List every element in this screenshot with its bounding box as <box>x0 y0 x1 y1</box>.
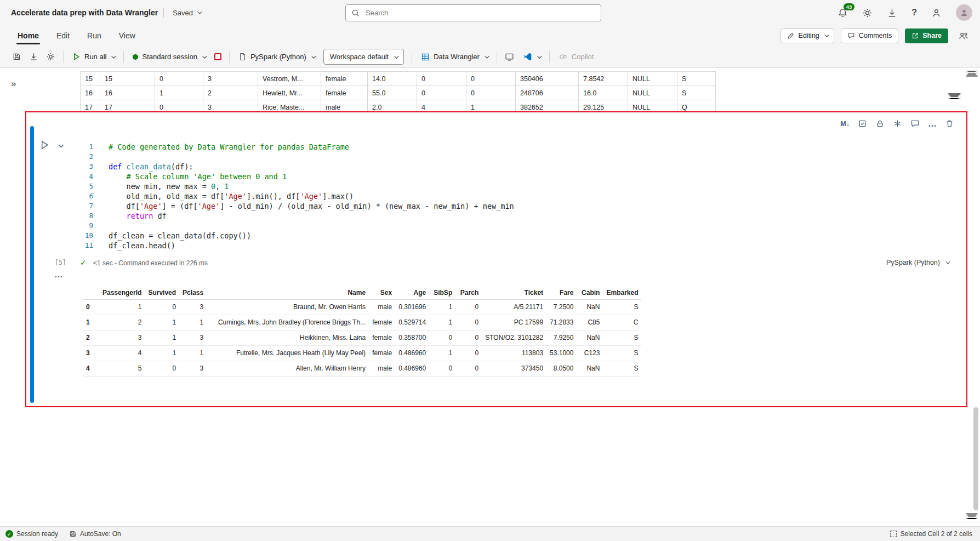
code-line[interactable]: 10df_clean = clean_data(df.copy()) <box>26 231 944 241</box>
notifications-button[interactable]: 43 <box>837 8 848 18</box>
more-options-button[interactable]: … <box>928 122 937 126</box>
copilot-button[interactable]: Copilot <box>557 52 595 61</box>
dataframe-cell[interactable]: 55.0 <box>368 86 417 100</box>
account-avatar[interactable] <box>956 4 972 21</box>
chevron-down-icon <box>394 54 398 58</box>
data-wrangler-dropdown[interactable]: Data Wrangler <box>420 53 489 61</box>
dataframe-cell[interactable]: Hewlett, Mr... <box>258 86 321 100</box>
save-icon <box>69 530 77 538</box>
code-line[interactable]: 7 df['Age'] = (df['Age'] - old_min) / (o… <box>26 201 944 211</box>
autosave-status[interactable]: AutoSave: On <box>69 530 121 538</box>
dataframe-cell[interactable]: 15 <box>81 72 100 86</box>
search-input[interactable] <box>364 8 595 18</box>
dataframe-cell[interactable]: S <box>677 86 716 100</box>
code-line[interactable]: 2 <box>26 152 944 162</box>
dataframe-cell[interactable]: 0 <box>466 72 516 86</box>
code-editor[interactable]: 1# Code generated by Data Wrangler for p… <box>26 142 944 250</box>
dataframe-cell[interactable]: 350406 <box>516 72 579 86</box>
chevron-down-icon <box>112 54 116 58</box>
dataframe-cell[interactable]: 248706 <box>516 86 579 100</box>
code-line[interactable]: 4 # Scale column 'Age' between 0 and 1 <box>26 172 944 181</box>
output-collapsed-indicator[interactable]: ... <box>55 270 63 279</box>
output-cell: 0.358700 <box>395 330 429 345</box>
output-cell: 3 <box>99 330 145 345</box>
scrollbar-down-arrow[interactable] <box>966 513 978 519</box>
comment-icon <box>847 32 855 39</box>
dataframe-cell[interactable]: 0 <box>417 72 466 86</box>
notebook-title[interactable]: Accelerate data prep with Data Wrangler <box>11 8 158 17</box>
cell-kernel-dropdown[interactable]: PySpark (Python) <box>883 258 952 267</box>
output-cell: C123 <box>577 345 603 361</box>
workspace-dropdown[interactable]: Workspace default <box>323 49 404 65</box>
output-cell: 1 <box>145 330 179 345</box>
notebook-settings-button[interactable] <box>46 52 55 61</box>
code-line[interactable]: 9 <box>26 221 944 231</box>
dataframe-cell[interactable]: 16.0 <box>579 86 628 100</box>
dataframe-row[interactable]: 151503Vestrom, M...female14.0003504067.8… <box>81 72 716 86</box>
output-header-cell: Embarked <box>603 287 641 299</box>
open-in-vscode-button[interactable] <box>522 52 542 61</box>
settings-button[interactable] <box>862 8 873 18</box>
selected-code-cell[interactable]: M↓ <box>25 111 967 407</box>
delete-cell-button[interactable] <box>945 119 954 128</box>
dataframe-cell[interactable]: 0 <box>417 86 466 100</box>
convert-to-markdown-button[interactable]: M↓ <box>840 120 850 128</box>
lock-cell-button[interactable] <box>875 119 885 128</box>
code-line[interactable]: 1# Code generated by Data Wrangler for p… <box>26 142 944 152</box>
dataframe-cell[interactable]: 2 <box>203 86 258 100</box>
add-comment-button[interactable] <box>910 119 920 128</box>
session-dropdown[interactable]: Standard session <box>132 53 206 61</box>
dataframe-cell[interactable]: 0 <box>155 72 203 86</box>
dataframe-cell[interactable]: female <box>321 86 368 100</box>
output-cell: A/5 21171 <box>482 299 546 315</box>
tab-view[interactable]: View <box>110 25 144 46</box>
code-line[interactable]: 8 return df <box>26 211 944 221</box>
dataframe-cell[interactable]: Vestrom, M... <box>258 72 321 86</box>
tab-home[interactable]: Home <box>9 25 48 46</box>
code-line[interactable]: 11df_clean.head() <box>26 241 944 250</box>
share-button[interactable]: Share <box>905 29 948 43</box>
dataframe-cell[interactable]: female <box>321 72 368 86</box>
dataframe-row[interactable]: 161612Hewlett, Mr...female55.00024870616… <box>81 86 716 100</box>
tab-run[interactable]: Run <box>78 25 110 46</box>
dataframe-cell[interactable]: NULL <box>628 72 677 86</box>
code-line[interactable]: 5 new_min, new_max = 0, 1 <box>26 181 944 191</box>
scrollbar-thumb[interactable] <box>973 407 978 510</box>
stop-session-button[interactable] <box>214 53 221 60</box>
focus-window-button[interactable] <box>505 52 514 61</box>
dataframe-cell[interactable]: 15 <box>100 72 155 86</box>
code-line[interactable]: 3def clean_data(df): <box>26 162 944 172</box>
save-button[interactable] <box>12 52 21 61</box>
tab-edit[interactable]: Edit <box>48 25 78 46</box>
chevron-down-icon <box>945 259 950 264</box>
dataframe-cell[interactable]: NULL <box>628 86 677 100</box>
dataframe-cell[interactable]: S <box>677 72 716 86</box>
dataframe-cell[interactable]: 16 <box>81 86 100 100</box>
dataframe-cell[interactable]: 7.8542 <box>579 72 628 86</box>
data-wrangler-icon <box>421 53 430 61</box>
grid-scroll-down-arrow[interactable] <box>948 93 961 99</box>
output-cell: S <box>603 330 641 345</box>
freeze-cell-button[interactable] <box>893 119 902 128</box>
dataframe-cell[interactable]: 3 <box>203 72 258 86</box>
dataframe-cell[interactable]: 14.0 <box>368 72 417 86</box>
help-button[interactable]: ? <box>911 8 917 18</box>
top-grid-body: 151503Vestrom, M...female14.0003504067.8… <box>81 72 716 115</box>
global-search[interactable] <box>345 4 601 21</box>
export-button[interactable] <box>29 52 38 61</box>
dataframe-cell[interactable]: 0 <box>466 86 516 100</box>
scrollbar-up-arrow[interactable] <box>966 71 978 77</box>
expand-sidebar-button[interactable]: » <box>11 79 16 88</box>
editing-mode-dropdown[interactable]: Editing <box>780 29 834 43</box>
kernel-language-dropdown[interactable]: PySpark (Python) <box>237 53 316 61</box>
feedback-button[interactable] <box>931 8 942 18</box>
code-line[interactable]: 6 old_min, old_max = df['Age'].min(), df… <box>26 191 944 201</box>
select-cell-button[interactable] <box>858 119 867 128</box>
save-status-dropdown[interactable]: Saved <box>169 8 204 18</box>
dataframe-cell[interactable]: 1 <box>155 86 203 100</box>
collaborators-button[interactable] <box>955 30 972 42</box>
run-all-button[interactable]: Run all <box>71 53 116 61</box>
download-button[interactable] <box>887 8 897 18</box>
comments-button[interactable]: Comments <box>841 29 898 43</box>
dataframe-cell[interactable]: 16 <box>100 86 155 100</box>
